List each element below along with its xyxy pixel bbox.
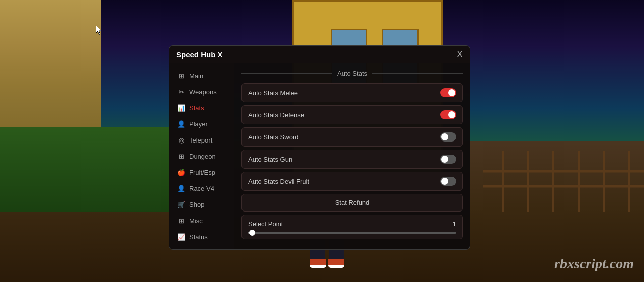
- stat-refund-button[interactable]: Stat Refund: [242, 194, 463, 212]
- slider-track[interactable]: [248, 232, 456, 234]
- misc-icon: ⊞: [177, 217, 185, 225]
- toggle-thumb-defense: [448, 111, 455, 118]
- main-icon: ⊞: [177, 72, 185, 80]
- sidebar-label-player: Player: [189, 120, 208, 128]
- sidebar-label-weapons: Weapons: [189, 88, 217, 96]
- modal-body: ⊞ Main ✂ Weapons 📊 Stats 👤 Player ◎ Tele…: [169, 63, 470, 249]
- sidebar-item-fruit-esp[interactable]: 🍎 Fruit/Esp: [171, 165, 232, 180]
- toggle-label-melee: Auto Stats Melee: [248, 89, 298, 97]
- toggle-label-sword: Auto Stats Sword: [248, 133, 298, 141]
- sidebar-label-dungeon: Dungeon: [189, 153, 216, 160]
- sidebar-label-misc: Misc: [189, 217, 203, 225]
- weapons-icon: ✂: [177, 88, 185, 96]
- select-point-row: Select Point 1: [242, 215, 463, 239]
- select-point-label: Select Point: [248, 220, 283, 228]
- sidebar-label-status: Status: [189, 233, 208, 241]
- header-line-left: [242, 73, 332, 74]
- sidebar-item-misc[interactable]: ⊞ Misc: [171, 213, 232, 229]
- sidebar-item-race-v4[interactable]: 👤 Race V4: [171, 181, 232, 196]
- stats-icon: 📊: [177, 104, 185, 112]
- toggle-row-defense: Auto Stats Defense: [242, 105, 463, 124]
- sidebar-item-shop[interactable]: 🛒 Shop: [171, 197, 232, 213]
- slider-thumb[interactable]: [249, 230, 255, 236]
- modal-close-button[interactable]: X: [457, 50, 463, 59]
- content-area: Auto Stats Auto Stats Melee Auto Stats D…: [234, 63, 470, 249]
- modal-header: Speed Hub X X: [169, 46, 470, 63]
- toggle-defense[interactable]: [440, 110, 456, 119]
- fruit-esp-icon: 🍎: [177, 169, 185, 176]
- dungeon-icon: ⊞: [177, 153, 185, 160]
- toggle-thumb-melee: [448, 89, 455, 96]
- toggle-label-gun: Auto Stats Gun: [248, 156, 292, 163]
- sidebar-item-teleport[interactable]: ◎ Teleport: [171, 132, 232, 148]
- modal-window: Speed Hub X X ⊞ Main ✂ Weapons 📊 Stats 👤…: [169, 45, 470, 250]
- section-title: Auto Stats: [337, 69, 367, 77]
- toggle-row-melee: Auto Stats Melee: [242, 83, 463, 102]
- toggle-devil-fruit[interactable]: [440, 177, 456, 186]
- sidebar-label-main: Main: [189, 72, 203, 80]
- sidebar-item-status[interactable]: 📈 Status: [171, 229, 232, 245]
- sidebar: ⊞ Main ✂ Weapons 📊 Stats 👤 Player ◎ Tele…: [169, 63, 234, 249]
- header-line-right: [372, 73, 463, 74]
- status-icon: 📈: [177, 233, 185, 241]
- sidebar-label-fruit-esp: Fruit/Esp: [189, 169, 215, 176]
- toggle-gun[interactable]: [440, 155, 456, 164]
- sidebar-item-weapons[interactable]: ✂ Weapons: [171, 84, 232, 100]
- shop-icon: 🛒: [177, 201, 185, 208]
- toggle-row-devil-fruit: Auto Stats Devil Fruit: [242, 172, 463, 191]
- section-header: Auto Stats: [242, 69, 463, 77]
- toggle-label-defense: Auto Stats Defense: [248, 111, 304, 119]
- sidebar-label-stats: Stats: [189, 104, 204, 112]
- toggle-row-sword: Auto Stats Sword: [242, 127, 463, 147]
- toggle-thumb-gun: [441, 156, 448, 163]
- select-point-value: 1: [453, 220, 456, 228]
- select-point-header: Select Point 1: [248, 220, 456, 228]
- player-icon: 👤: [177, 120, 185, 128]
- toggle-thumb-sword: [441, 133, 448, 140]
- sidebar-label-shop: Shop: [189, 201, 204, 208]
- race-v4-icon: 👤: [177, 185, 185, 192]
- modal-title: Speed Hub X: [176, 50, 223, 59]
- toggle-row-gun: Auto Stats Gun: [242, 150, 463, 169]
- green-area: [0, 127, 176, 212]
- sidebar-item-main[interactable]: ⊞ Main: [171, 68, 232, 84]
- sidebar-item-dungeon[interactable]: ⊞ Dungeon: [171, 149, 232, 164]
- sidebar-item-stats[interactable]: 📊 Stats: [171, 100, 232, 116]
- sidebar-item-player[interactable]: 👤 Player: [171, 116, 232, 132]
- fence: [483, 151, 644, 212]
- sidebar-label-race-v4: Race V4: [189, 185, 214, 192]
- toggle-label-devil-fruit: Auto Stats Devil Fruit: [248, 178, 309, 185]
- toggle-melee[interactable]: [440, 88, 456, 97]
- toggle-sword[interactable]: [440, 132, 456, 142]
- teleport-icon: ◎: [177, 136, 185, 144]
- sidebar-label-teleport: Teleport: [189, 136, 212, 144]
- watermark: rbxscript.com: [554, 256, 634, 272]
- toggle-thumb-devil-fruit: [441, 178, 448, 185]
